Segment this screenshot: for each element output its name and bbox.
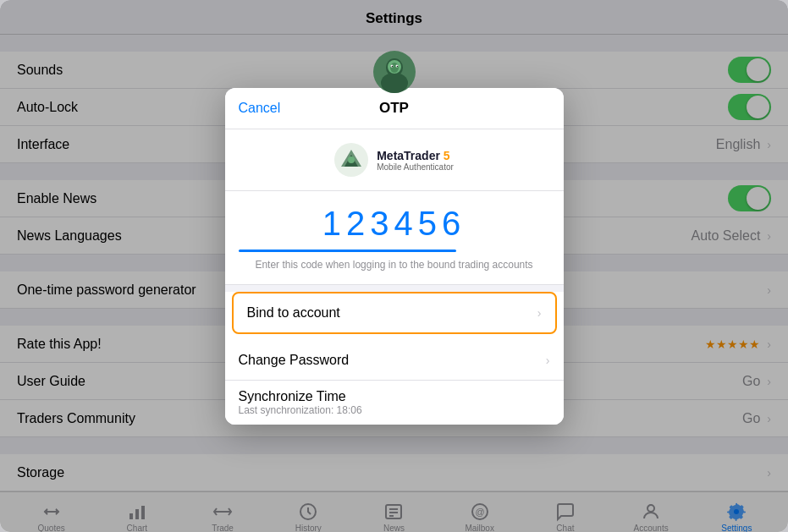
change-password-row[interactable]: Change Password › — [225, 341, 564, 381]
modal-container: Cancel OTP MetaTrader 5 Mobile — [225, 51, 564, 425]
mt-name: MetaTrader 5 — [377, 149, 454, 162]
svg-point-4 — [390, 63, 399, 73]
sync-time-sublabel: Last synchronization: 18:06 — [239, 404, 550, 416]
change-password-chevron: › — [546, 354, 550, 367]
otp-modal: Cancel OTP MetaTrader 5 Mobile — [225, 88, 564, 425]
mt-logo-text: MetaTrader 5 Mobile Authenticator — [377, 149, 454, 172]
otp-logo-section: MetaTrader 5 Mobile Authenticator — [225, 129, 564, 191]
otp-hint: Enter this code when logging in to the b… — [239, 259, 550, 271]
bind-to-account-chevron: › — [537, 306, 542, 320]
otp-code-section: 123456 Enter this code when logging in t… — [225, 191, 564, 285]
settings-screen: Settings Sounds Auto-Lock Interface Engl… — [0, 0, 788, 532]
change-password-label: Change Password — [239, 353, 350, 368]
otp-modal-title: OTP — [379, 100, 409, 117]
otp-cancel-button[interactable]: Cancel — [239, 101, 281, 116]
mt-subtitle: Mobile Authenticator — [377, 162, 454, 172]
svg-point-7 — [391, 66, 393, 68]
svg-point-8 — [396, 66, 398, 68]
metatrader-logo-icon — [334, 143, 368, 177]
modal-overlay: Cancel OTP MetaTrader 5 Mobile — [0, 0, 788, 532]
otp-progress-bar — [239, 250, 457, 252]
svg-point-2 — [381, 73, 408, 93]
sync-time-label: Synchronize Time — [239, 389, 550, 404]
otp-code: 123456 — [239, 205, 550, 243]
sync-time-row[interactable]: Synchronize Time Last synchronization: 1… — [225, 381, 564, 425]
bind-to-account-label: Bind to account — [247, 305, 340, 321]
bind-to-account-row[interactable]: Bind to account › — [232, 292, 557, 334]
svg-point-10 — [348, 156, 355, 163]
otp-actions: Bind to account › Change Password › Sync… — [225, 292, 564, 425]
avatar-icon — [373, 51, 416, 93]
avatar-container — [373, 51, 416, 96]
mt-version: 5 — [440, 149, 450, 162]
